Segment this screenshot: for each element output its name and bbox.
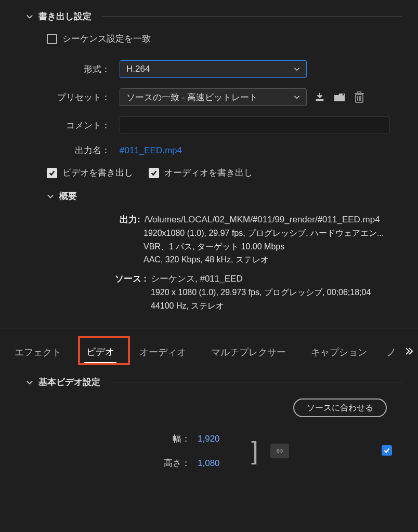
- width-value[interactable]: 1,920: [198, 434, 239, 444]
- summary-title: 概要: [59, 190, 77, 202]
- format-value: H.264: [126, 64, 150, 74]
- import-preset-icon[interactable]: [333, 90, 346, 104]
- match-sequence-label: シーケンス設定を一致: [62, 33, 151, 45]
- summary-source-line3: 44100 Hz, ステレオ: [151, 299, 402, 313]
- divider: [102, 16, 402, 17]
- svg-rect-0: [316, 99, 324, 101]
- preset-label: プリセット：: [26, 91, 120, 103]
- summary-output-line3: VBR、1 パス, ターゲット 10.00 Mbps: [143, 240, 402, 254]
- export-settings-header[interactable]: 書き出し設定: [26, 10, 402, 22]
- export-audio-checkbox[interactable]: [149, 168, 159, 178]
- divider: [0, 328, 418, 328]
- summary-output-line4: AAC, 320 Kbps, 48 kHz, ステレオ: [143, 253, 402, 267]
- export-video-checkbox[interactable]: [47, 168, 57, 178]
- preset-value: ソースの一致 - 高速ビットレート: [126, 91, 258, 103]
- summary-output-path: /Volumes/LOCAL/02_MKM/#011/99_render/#01…: [145, 212, 380, 227]
- summary-source-line1: シーケンス, #011_EED: [151, 272, 243, 286]
- export-video-label: ビデオを書き出し: [62, 167, 133, 179]
- format-select[interactable]: H.264: [120, 60, 307, 78]
- tab-effects[interactable]: エフェクト: [12, 342, 63, 363]
- save-preset-icon[interactable]: [313, 90, 326, 104]
- svg-rect-1: [334, 95, 345, 101]
- comment-input[interactable]: [120, 116, 390, 134]
- chevron-down-icon: [294, 66, 300, 72]
- format-label: 形式：: [26, 63, 120, 75]
- basic-video-header[interactable]: 基本ビデオ設定: [26, 376, 402, 388]
- tab-caption[interactable]: キャプション: [309, 342, 369, 363]
- output-name-label: 出力名：: [26, 144, 120, 156]
- basic-video-title: 基本ビデオ設定: [38, 376, 100, 388]
- tab-multiplexer[interactable]: マルチプレクサー: [209, 342, 288, 363]
- export-audio-label: オーディオを書き出し: [164, 167, 253, 179]
- chevron-down-icon: [26, 13, 33, 20]
- tab-audio[interactable]: オーディオ: [137, 342, 188, 363]
- comment-label: コメント：: [26, 119, 120, 131]
- summary-source-key: ソース :: [114, 272, 147, 286]
- chevron-down-icon: [26, 379, 33, 386]
- chevron-down-icon: [47, 193, 54, 200]
- delete-preset-icon[interactable]: [352, 90, 366, 104]
- width-label: 幅：: [26, 433, 198, 445]
- summary-header[interactable]: 概要: [47, 190, 402, 202]
- chevron-down-icon: [294, 94, 300, 100]
- export-settings-title: 書き出し設定: [38, 10, 92, 22]
- tabs-overflow-icon[interactable]: [404, 347, 413, 358]
- divider: [111, 382, 402, 382]
- tab-more-truncated[interactable]: ノ: [385, 342, 398, 363]
- dimensions-match-checkbox[interactable]: [382, 445, 392, 456]
- summary-output-line2: 1920x1080 (1.0), 29.97 fps, プログレッシブ, ハード…: [143, 227, 402, 240]
- output-name-link[interactable]: #011_EED.mp4: [120, 145, 182, 156]
- match-source-button[interactable]: ソースに合わせる: [293, 398, 387, 417]
- summary-output-key: 出力:: [114, 212, 140, 227]
- summary-source-line2: 1920 x 1080 (1.0), 29.973 fps, プログレッシブ, …: [151, 286, 402, 299]
- match-sequence-checkbox[interactable]: [47, 34, 57, 44]
- tab-video[interactable]: ビデオ: [84, 341, 116, 363]
- preset-select[interactable]: ソースの一致 - 高速ビットレート: [120, 88, 307, 106]
- height-label: 高さ：: [26, 457, 198, 469]
- height-value[interactable]: 1,080: [198, 458, 239, 469]
- link-dimensions-icon[interactable]: [270, 444, 289, 458]
